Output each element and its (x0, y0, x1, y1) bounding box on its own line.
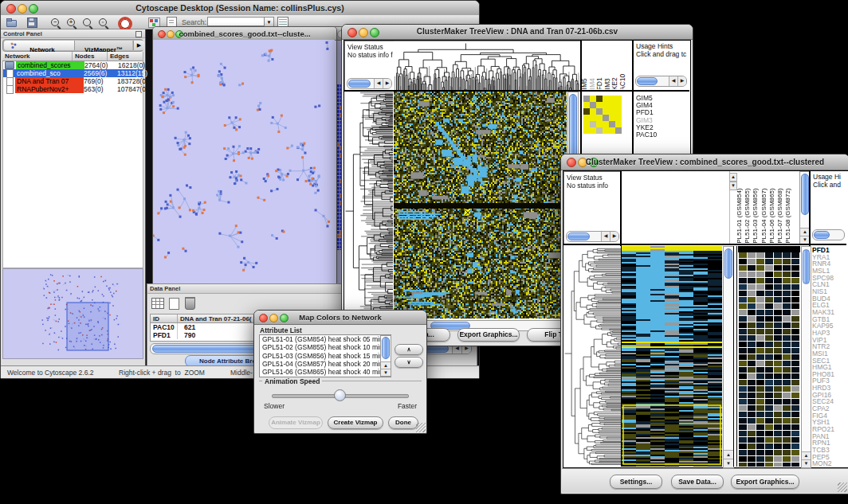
trash-icon[interactable] (185, 298, 195, 310)
zoom-out-icon[interactable]: − (51, 18, 59, 26)
tv2-col-label[interactable]: GPL51-04 (GSM857) (760, 188, 768, 243)
column-network[interactable]: Network (2, 52, 73, 61)
new-attribute-icon[interactable] (169, 298, 179, 310)
scrollbar-thumb[interactable] (637, 77, 658, 85)
network-edges-count: 183728(0) (117, 77, 148, 85)
done-button[interactable]: Done (388, 416, 418, 429)
tv1-col-label[interactable]: GIM4 (588, 78, 596, 89)
tab-overflow-icon[interactable]: ▶ (133, 41, 144, 50)
scroll-right-icon[interactable]: ▶ (610, 232, 618, 241)
scroll-up-icon[interactable]: ▲ (724, 450, 733, 459)
attribute-list-vscrollbar[interactable]: ▲ ▼ (380, 335, 391, 377)
resize-grip[interactable] (416, 423, 426, 432)
tv1-column-dendrogram[interactable] (394, 41, 581, 92)
scrollbar-thumb[interactable] (724, 248, 732, 279)
column-nodes[interactable]: Nodes (73, 52, 108, 61)
export-graphics-button[interactable]: Export Graphics... (731, 475, 799, 489)
tv2-heatmap[interactable] (622, 246, 722, 467)
slider-thumb[interactable] (334, 389, 346, 401)
network-overview-panel[interactable] (2, 268, 143, 359)
attribute-item[interactable]: GPL51-06 (GSM865) heat shock 40 min (260, 368, 391, 376)
move-down-button[interactable]: ∨ (395, 357, 423, 368)
tv2-column-dendrogram-area[interactable] (622, 171, 730, 244)
tv2-zoom-heatmap[interactable] (738, 246, 800, 467)
tv1-col-label[interactable]: GIM5 (582, 78, 588, 89)
tab-vizmapper[interactable]: VizMapper™ (75, 41, 132, 50)
scroll-down-icon[interactable]: ▼ (802, 459, 811, 467)
tv2-heatmap-vscrollbar[interactable]: ▲ ▼ (723, 246, 734, 468)
scroll-left-icon[interactable]: ◀ (669, 76, 677, 86)
tv2-genes-vscrollbar[interactable]: ▲ ▼ (801, 246, 811, 468)
network-row[interactable]: combined_scores2764(0)16218(0) (3, 61, 143, 69)
network-row[interactable]: RNAPuberNov2+563(0)107847(0) (3, 85, 143, 93)
usage-hints-hscrollbar[interactable] (812, 229, 845, 240)
tv2-col-label[interactable]: GPL51-08 (GSM872) (784, 188, 791, 243)
treeview2-window: ClusterMaker TreeView : combined_scores_… (560, 154, 848, 494)
network-view-canvas[interactable] (153, 40, 335, 288)
usage-hints-title: Usage Hi (811, 171, 846, 181)
scroll-down-icon[interactable]: ▼ (729, 182, 737, 190)
gene-label[interactable]: MON2 (812, 460, 848, 467)
animate-vizmap-button[interactable]: Animate Vizmap (269, 416, 323, 429)
tv2-gene-list: PFD1YRA1RNR4MSL1SPC98CLN1NIS1BUD4ELG1MAK… (812, 247, 848, 467)
scrollbar-thumb[interactable] (567, 232, 590, 240)
view-status-hscrollbar[interactable]: ◀ ▶ (566, 231, 619, 242)
tv2-col-label[interactable]: GPL51-07 (GSM868) (776, 188, 783, 243)
move-up-button[interactable]: ∧ (395, 344, 423, 355)
zoom-selected-icon[interactable] (83, 18, 91, 26)
attribute-item[interactable]: GPL51-01 (GSM854) heat shock 05 min (260, 335, 391, 343)
save-icon[interactable] (26, 17, 37, 27)
open-icon[interactable] (6, 17, 17, 27)
scroll-left-icon[interactable]: ◀ (374, 79, 383, 88)
scrollbar-thumb[interactable] (348, 80, 371, 88)
main-titlebar[interactable]: Cytoscape Desktop (Session Name: collins… (1, 1, 479, 16)
table-icon[interactable] (151, 298, 164, 309)
settings-button[interactable]: Settings... (610, 475, 662, 489)
tv2-col-label[interactable]: GPL51-03 (GSM856) (752, 188, 759, 243)
attribute-item[interactable]: GPL51-02 (GSM855) heat shock 10 min (260, 343, 391, 351)
tv2-row-dendrogram[interactable] (563, 246, 621, 467)
tv2-col-label[interactable]: GPL51-02 (GSM855) (744, 188, 751, 243)
tv1-summary-matrix[interactable] (583, 96, 622, 134)
view-status-text: No status info (564, 182, 621, 189)
scroll-up-icon[interactable]: ▲ (802, 451, 811, 459)
tv1-col-label[interactable]: GIM3 (603, 78, 611, 89)
scrollbar-thumb[interactable] (382, 337, 390, 359)
tv1-heatmap[interactable] (394, 92, 567, 318)
scrollbar-thumb[interactable] (814, 231, 830, 239)
float-panel-icon[interactable] (135, 31, 142, 37)
resize-grip[interactable] (838, 483, 847, 492)
save-data-button[interactable]: Save Data... (671, 475, 724, 489)
view-status-hscrollbar[interactable]: ◀ ▶ (347, 78, 392, 89)
scroll-down-icon[interactable]: ▼ (724, 459, 733, 467)
tv1-export-graphics-button[interactable]: Export Graphics... (457, 328, 520, 342)
attribute-item[interactable]: GPL51-04 (GSM857) heat shock 20 min (260, 360, 391, 368)
scroll-left-icon[interactable]: ◀ (601, 232, 610, 241)
tv2-col-label[interactable]: GPL51-01 (GSM854) (737, 188, 743, 243)
zoom-in-icon[interactable]: + (67, 18, 75, 26)
scroll-up-icon[interactable]: ▲ (381, 361, 391, 369)
tv2-col-label[interactable]: GPL51-06 (GSM865) (768, 188, 775, 243)
attribute-item[interactable]: GPL51-03 (GSM856) heat shock 15 min (260, 352, 391, 360)
tv1-col-label[interactable]: PFD1 (595, 77, 603, 89)
network-row[interactable]: combined_sco2569(6)13112(15) (3, 69, 143, 77)
scroll-right-icon[interactable]: ▶ (383, 79, 391, 88)
zoom-fit-icon[interactable]: ▫ (99, 18, 107, 26)
scrollbar-thumb[interactable] (801, 174, 809, 215)
scroll-right-icon[interactable]: ▶ (677, 76, 686, 86)
tv1-row-dendrogram[interactable] (344, 92, 393, 318)
network-row[interactable]: DNA and Tran 07769(0)183728(0) (3, 77, 143, 85)
scroll-up-icon[interactable]: ▲ (729, 173, 737, 182)
column-edges[interactable]: Edges (108, 52, 143, 61)
create-vizmap-button[interactable]: Create Vizmap (328, 416, 383, 429)
tv1-col-label[interactable]: PAC10 (618, 74, 626, 89)
data-column-id[interactable]: ID (151, 315, 178, 322)
tv1-col-label[interactable]: YKE2 (610, 77, 618, 89)
search-input[interactable] (207, 17, 265, 26)
tv1-row-label[interactable]: PAC10 (634, 131, 689, 139)
network-overview-canvas[interactable] (3, 269, 143, 357)
usage-hints-hscrollbar[interactable]: ◀ ▶ (635, 76, 687, 87)
scrollbar-thumb[interactable] (803, 249, 810, 284)
scroll-down-icon[interactable]: ▼ (381, 369, 391, 376)
tab-network[interactable]: Network (4, 41, 75, 50)
